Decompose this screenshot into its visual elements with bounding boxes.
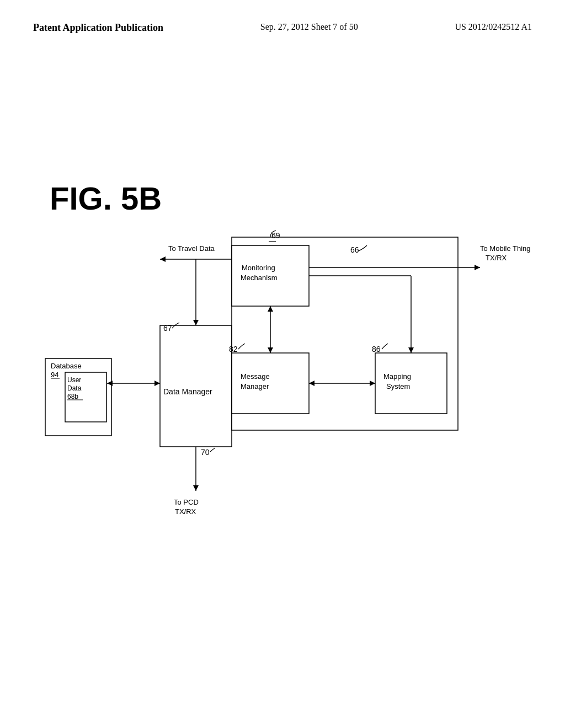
patent-number: US 2012/0242512 A1 bbox=[455, 22, 532, 32]
publication-type: Patent Application Publication bbox=[33, 22, 163, 34]
svg-marker-14 bbox=[475, 265, 480, 270]
svg-marker-20 bbox=[309, 381, 315, 386]
user-data-label2: Data bbox=[67, 384, 82, 392]
to-pcd-txrx: TX/RX bbox=[175, 507, 196, 516]
data-manager-label: Data Manager bbox=[163, 387, 212, 396]
ref-82: 82 bbox=[229, 345, 238, 354]
ref-70: 70 bbox=[201, 448, 210, 457]
user-data-label: User bbox=[67, 376, 81, 384]
monitoring-label1: Monitoring bbox=[242, 264, 275, 272]
figure-label: FIG. 5B bbox=[50, 180, 162, 216]
database-number: 94 bbox=[51, 371, 58, 379]
ref-69: 69 bbox=[271, 231, 280, 240]
to-mobile-thing: To Mobile Thing bbox=[480, 244, 531, 253]
user-data-number: 68b bbox=[67, 393, 78, 400]
monitoring-label2: Mechanism bbox=[241, 274, 277, 282]
svg-marker-23 bbox=[408, 347, 414, 353]
svg-marker-19 bbox=[370, 381, 375, 386]
ref-86: 86 bbox=[372, 345, 381, 354]
patent-diagram: FIG. 5B Database 94 User Data 68b Data M… bbox=[0, 88, 565, 640]
to-travel-data: To Travel Data bbox=[168, 244, 215, 253]
mapping-label2: System bbox=[386, 382, 410, 390]
svg-marker-25 bbox=[107, 381, 113, 386]
svg-marker-26 bbox=[154, 381, 160, 386]
database-label: Database bbox=[51, 362, 82, 370]
sheet-info: Sep. 27, 2012 Sheet 7 of 50 bbox=[260, 22, 358, 32]
to-pcd: To PCD bbox=[174, 498, 199, 506]
to-mobile-txrx: TX/RX bbox=[486, 254, 507, 262]
svg-marker-28 bbox=[193, 485, 199, 491]
svg-rect-4 bbox=[160, 325, 232, 447]
mapping-label1: Mapping bbox=[383, 372, 411, 381]
message-label2: Manager bbox=[241, 382, 269, 390]
svg-marker-10 bbox=[160, 256, 166, 262]
svg-marker-12 bbox=[193, 320, 199, 325]
svg-marker-16 bbox=[268, 347, 273, 353]
ref-66: 66 bbox=[350, 245, 359, 254]
message-label1: Message bbox=[241, 372, 270, 381]
ref-67: 67 bbox=[163, 324, 172, 333]
svg-marker-17 bbox=[268, 306, 273, 312]
